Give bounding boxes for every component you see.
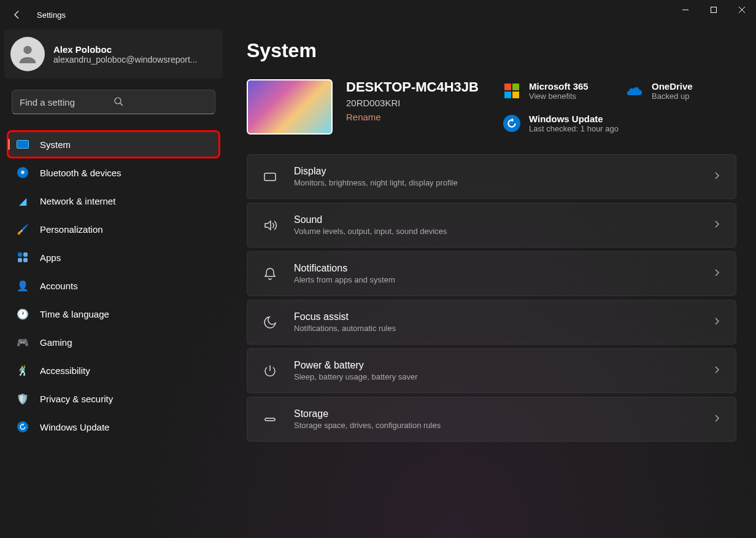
nav-label: Network & internet — [40, 196, 115, 206]
sidebar-item-bluetooth[interactable]: ⁕Bluetooth & devices — [8, 160, 219, 185]
quick-ms365[interactable]: Microsoft 365 View benefits — [503, 79, 614, 102]
setting-sub: Monitors, brightness, night light, displ… — [294, 178, 696, 187]
sidebar-item-time[interactable]: 🕐Time & language — [8, 301, 219, 327]
nav-label: Privacy & security — [40, 394, 113, 404]
chevron-right-icon — [712, 268, 721, 279]
bluetooth-icon: ⁕ — [17, 166, 29, 179]
svg-point-4 — [23, 46, 31, 54]
avatar — [10, 37, 45, 71]
onedrive-icon — [626, 82, 643, 99]
setting-title: Notifications — [294, 263, 696, 274]
setting-sub: Notifications, automatic rules — [294, 324, 696, 333]
chevron-right-icon — [712, 317, 721, 328]
nav-list: System⁕Bluetooth & devices◢Network & int… — [4, 131, 223, 440]
setting-title: Power & battery — [294, 360, 696, 371]
setting-display[interactable]: Display Monitors, brightness, night ligh… — [247, 154, 736, 199]
minimize-button[interactable] — [671, 0, 700, 20]
sound-icon — [262, 217, 278, 233]
power-icon — [262, 363, 278, 379]
sidebar-item-accounts[interactable]: 👤Accounts — [8, 273, 219, 298]
search-input[interactable]: Find a setting — [12, 90, 215, 114]
quick-onedrive-title: OneDrive — [652, 81, 693, 92]
chevron-right-icon — [712, 171, 721, 182]
svg-point-5 — [115, 98, 121, 104]
nav-label: Bluetooth & devices — [40, 168, 122, 178]
nav-label: Personalization — [40, 224, 103, 235]
setting-focus[interactable]: Focus assist Notifications, automatic ru… — [247, 300, 736, 345]
maximize-button[interactable] — [700, 0, 728, 20]
svg-line-6 — [120, 103, 123, 106]
sidebar-item-apps[interactable]: Apps — [8, 244, 219, 270]
focus-icon — [262, 314, 278, 330]
accessibility-icon: 🕺 — [17, 364, 29, 376]
nav-label: Accessibility — [40, 365, 90, 376]
quick-winupdate[interactable]: Windows Update Last checked: 1 hour ago — [503, 112, 736, 134]
notifications-icon — [262, 266, 278, 282]
quick-winupdate-sub: Last checked: 1 hour ago — [529, 124, 619, 133]
nav-label: Accounts — [40, 281, 78, 291]
apps-icon — [17, 251, 29, 263]
device-block: DESKTOP-MC4H3JB 20RD003KRI Rename — [247, 79, 485, 134]
storage-icon — [262, 411, 278, 427]
setting-title: Sound — [294, 214, 696, 225]
setting-sound[interactable]: Sound Volume levels, output, input, soun… — [247, 203, 736, 248]
user-name: Alex Poloboc — [53, 44, 197, 55]
setting-title: Display — [294, 166, 696, 177]
setting-power[interactable]: Power & battery Sleep, battery usage, ba… — [247, 348, 736, 393]
setting-sub: Volume levels, output, input, sound devi… — [294, 227, 696, 236]
nav-label: Time & language — [40, 309, 109, 319]
sidebar-item-network[interactable]: ◢Network & internet — [8, 188, 219, 214]
quick-links: Microsoft 365 View benefits OneDrive Bac… — [503, 79, 736, 134]
svg-rect-7 — [264, 173, 276, 181]
svg-rect-8 — [265, 418, 275, 421]
svg-rect-1 — [711, 7, 717, 13]
back-button[interactable] — [5, 2, 29, 27]
setting-storage[interactable]: Storage Storage space, drives, configura… — [247, 397, 736, 442]
sidebar-item-accessibility[interactable]: 🕺Accessibility — [8, 357, 219, 383]
sidebar-item-system[interactable]: System — [8, 131, 219, 157]
setting-title: Focus assist — [294, 311, 696, 322]
sidebar-item-gaming[interactable]: 🎮Gaming — [8, 329, 219, 355]
nav-label: Gaming — [40, 337, 72, 348]
nav-label: Windows Update — [40, 422, 109, 432]
sidebar-item-privacy[interactable]: 🛡️Privacy & security — [8, 386, 219, 411]
chevron-right-icon — [712, 220, 721, 231]
system-icon — [17, 138, 29, 150]
setting-sub: Alerts from apps and system — [294, 275, 696, 284]
titlebar: Settings — [0, 0, 756, 29]
nav-label: System — [40, 139, 71, 150]
user-card[interactable]: Alex Poloboc alexandru_poloboc@windowsre… — [4, 29, 223, 79]
personalization-icon: 🖌️ — [17, 223, 29, 235]
windowsupdate-icon — [17, 421, 29, 433]
close-button[interactable] — [728, 0, 756, 20]
quick-onedrive[interactable]: OneDrive Backed up — [626, 79, 736, 102]
sidebar: Alex Poloboc alexandru_poloboc@windowsre… — [0, 29, 227, 538]
rename-link[interactable]: Rename — [346, 112, 381, 122]
accounts-icon: 👤 — [17, 279, 29, 292]
chevron-right-icon — [712, 365, 721, 376]
windows-update-icon — [503, 115, 520, 132]
sidebar-item-windowsupdate[interactable]: Windows Update — [8, 414, 219, 440]
quick-winupdate-title: Windows Update — [529, 114, 619, 124]
page-title: System — [247, 39, 736, 62]
main-content: System DESKTOP-MC4H3JB 20RD003KRI Rename… — [227, 29, 756, 538]
quick-ms365-title: Microsoft 365 — [529, 81, 588, 92]
setting-sub: Storage space, drives, configuration rul… — [294, 421, 696, 430]
device-thumbnail[interactable] — [247, 79, 333, 134]
setting-sub: Sleep, battery usage, battery saver — [294, 372, 696, 381]
chevron-right-icon — [712, 414, 721, 425]
quick-onedrive-sub: Backed up — [652, 92, 693, 101]
network-icon: ◢ — [17, 195, 29, 207]
window-title: Settings — [37, 10, 66, 20]
ms365-icon — [503, 82, 520, 99]
setting-title: Storage — [294, 408, 696, 419]
setting-notifications[interactable]: Notifications Alerts from apps and syste… — [247, 251, 736, 296]
display-icon — [262, 169, 278, 185]
sidebar-item-personalization[interactable]: 🖌️Personalization — [8, 216, 219, 242]
time-icon: 🕐 — [17, 308, 29, 320]
setting-list: Display Monitors, brightness, night ligh… — [247, 154, 736, 442]
quick-ms365-sub: View benefits — [529, 92, 588, 101]
privacy-icon: 🛡️ — [17, 392, 29, 405]
search-icon — [114, 96, 207, 108]
device-model: 20RD003KRI — [346, 98, 479, 108]
